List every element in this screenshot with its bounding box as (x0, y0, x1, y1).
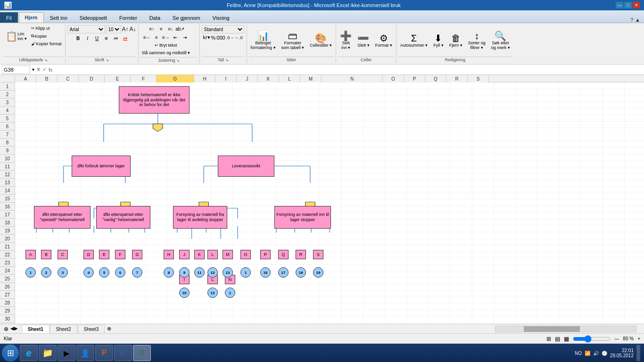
letter-box-R[interactable]: R (296, 250, 306, 259)
row-9[interactable]: 9 (0, 147, 15, 155)
thousands-button[interactable]: 000 (216, 35, 225, 41)
italic-button[interactable]: I (83, 34, 92, 42)
col-header-G[interactable]: G (157, 75, 194, 82)
circle-16[interactable]: 16 (260, 267, 271, 278)
letter-box-B[interactable]: B (41, 250, 51, 259)
ribbon-minimize-icon[interactable]: ▲ (635, 17, 640, 23)
currency-button[interactable]: kr▾ (203, 34, 210, 41)
tab-sideoppsett[interactable]: Sideoppsett (74, 12, 113, 23)
percent-button[interactable]: % (211, 35, 216, 41)
row-21[interactable]: 21 (0, 243, 15, 251)
level2-box-3[interactable]: Forsyning av materiell fra lager til avd… (173, 206, 227, 229)
align-right-button[interactable]: ≡→ (162, 33, 170, 41)
circle-12a[interactable]: 12 (207, 267, 218, 278)
format-cells-button[interactable]: ⚙ Format ▾ (373, 32, 394, 49)
row-13[interactable]: 13 (0, 179, 15, 187)
circle-17[interactable]: 17 (278, 267, 289, 278)
decimal-increase-button[interactable]: .0→ (226, 35, 234, 40)
row-10[interactable]: 10 (0, 155, 15, 163)
paste-button[interactable]: 📋 Liminn ▾ (4, 30, 29, 42)
row-28[interactable]: 28 (0, 299, 15, 307)
cell-reference-input[interactable] (2, 66, 30, 74)
row-7[interactable]: 7 (0, 131, 15, 139)
copy-button[interactable]: ⧉ Kopier (30, 33, 63, 40)
font-color-button[interactable]: A▾ (121, 34, 130, 42)
indent-increase-button[interactable]: ⇥ (181, 33, 189, 41)
text-angle-button[interactable]: ab↗ (176, 25, 184, 33)
level1-box-left[interactable]: Økt forbruk tømmer lager (72, 156, 131, 177)
formula-expand-icon[interactable]: ▾ (32, 67, 34, 72)
row-17[interactable]: 17 (0, 211, 15, 219)
merge-center-button[interactable]: Slå sammen og midtstill ▾ (140, 49, 192, 56)
horizontal-scrollbar[interactable] (495, 326, 636, 332)
insert-cells-button[interactable]: ➕ Settinn ▾ (338, 30, 354, 51)
font-size-select[interactable]: 10 (106, 25, 121, 33)
row-19[interactable]: 19 (0, 227, 15, 235)
align-left-top-button[interactable]: ≡↑ (148, 25, 156, 33)
row-24[interactable]: 24 (0, 267, 15, 275)
col-header-C[interactable]: C (58, 75, 79, 82)
tab-sett-inn[interactable]: Sett inn (44, 12, 74, 23)
col-header-Q[interactable]: Q (425, 75, 446, 82)
tab-data[interactable]: Data (143, 12, 166, 23)
zoom-slider[interactable] (573, 336, 611, 342)
letter-box-E[interactable]: E (99, 250, 109, 259)
maximize-button[interactable]: □ (624, 2, 632, 8)
wrap-text-button[interactable]: ↵ Bryt tekst (153, 42, 179, 49)
row-14[interactable]: 14 (0, 187, 15, 195)
scroll-sheets-right[interactable]: ▶ (14, 326, 18, 332)
letter-box-Q[interactable]: Q (278, 250, 289, 259)
col-header-E[interactable]: E (105, 75, 131, 82)
row-26[interactable]: 26 (0, 283, 15, 291)
page-layout-button[interactable]: ▤ (555, 336, 560, 342)
col-header-D[interactable]: D (79, 75, 105, 82)
circle-1[interactable]: 1 (25, 267, 36, 278)
number-format-select[interactable]: Standard (202, 25, 244, 33)
letter-box-P[interactable]: P (260, 250, 271, 259)
circle-4[interactable]: 4 (83, 267, 94, 278)
sort-filter-button[interactable]: ↕ Sorter ogfiltrer ▾ (466, 30, 487, 51)
taskbar-ie[interactable]: e (20, 345, 38, 361)
zoom-out-button[interactable]: — (614, 336, 619, 341)
tab-se-gjennom[interactable]: Se gjennom (166, 12, 206, 23)
clear-button[interactable]: 🗑 Fjern ▾ (447, 32, 464, 49)
add-sheet-button[interactable]: ⊕ (2, 326, 10, 332)
row-25[interactable]: 25 (0, 275, 15, 283)
conditional-format-button[interactable]: 📊 Betingetformatering ▾ (249, 30, 278, 51)
taskbar-excel-active[interactable]: X (133, 345, 151, 361)
circle-1c[interactable]: 1 (225, 288, 235, 298)
row-4[interactable]: 4 (0, 107, 15, 115)
border-button[interactable]: ⊞ (102, 34, 111, 42)
row-1[interactable]: 1 (0, 82, 15, 90)
sheet-tab-1[interactable]: Sheet1 (22, 325, 50, 333)
circle-11[interactable]: 11 (194, 267, 205, 278)
bold-button[interactable]: B (74, 34, 83, 42)
row-15[interactable]: 15 (0, 195, 15, 203)
row-16[interactable]: 16 (0, 203, 15, 211)
letter-box-L[interactable]: L (207, 250, 218, 259)
zoom-in-button[interactable]: + (637, 336, 640, 341)
delete-cells-button[interactable]: ➖ Slett ▾ (355, 32, 372, 49)
indent-decrease-button[interactable]: ⇤ (171, 33, 180, 41)
taskbar-wmp[interactable]: ▶ (58, 345, 75, 361)
normal-view-button[interactable]: ⊞ (546, 336, 551, 342)
row-30[interactable]: 30 (0, 315, 15, 323)
row-23[interactable]: 23 (0, 259, 15, 267)
col-header-K[interactable]: K (258, 75, 279, 82)
decimal-decrease-button[interactable]: ←.0 (235, 35, 243, 40)
scroll-sheets-left[interactable]: ◀ (10, 326, 14, 332)
circle-6[interactable]: 6 (115, 267, 125, 278)
col-header-F[interactable]: F (131, 75, 157, 82)
letter-box-S[interactable]: S (313, 250, 323, 259)
col-header-R[interactable]: R (446, 75, 468, 82)
letter-box-J[interactable]: J (179, 250, 190, 259)
align-right-top-button[interactable]: ≡↓ (166, 25, 175, 33)
circle-1b[interactable]: 1 (240, 267, 251, 278)
format-painter-button[interactable]: 🖌 Kopier format (30, 41, 63, 47)
row-22[interactable]: 22 (0, 251, 15, 259)
fill-color-button[interactable]: A▾ (112, 34, 120, 42)
close-button[interactable]: ✕ (633, 2, 640, 8)
row-20[interactable]: 20 (0, 235, 15, 243)
letter-box-H[interactable]: H (164, 250, 174, 259)
col-header-B[interactable]: B (36, 75, 58, 82)
